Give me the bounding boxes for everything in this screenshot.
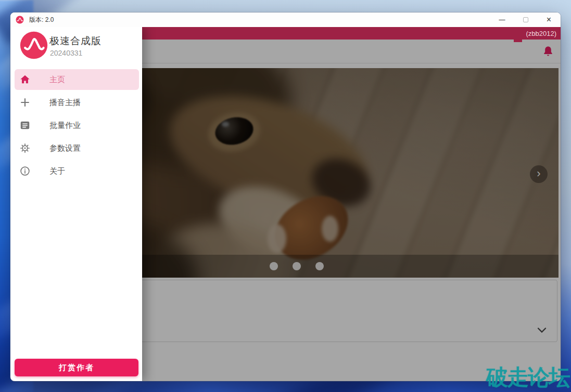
minimize-button[interactable]: — xyxy=(490,12,514,27)
donate-author-button[interactable]: 打赏作者 xyxy=(15,359,138,376)
maximize-button[interactable] xyxy=(514,12,537,27)
app-version: 20240331 xyxy=(50,49,82,57)
user-tag-marquee: (zbb2012) xyxy=(526,30,561,37)
app-window: 版本: 2.0 — × (zbb2012) xyxy=(10,12,561,381)
close-button[interactable]: × xyxy=(537,12,561,27)
sidebar-item-settings[interactable]: 参数设置 xyxy=(10,137,142,160)
app-logo-icon xyxy=(16,16,24,24)
sidebar-item-label: 批量作业 xyxy=(49,121,81,130)
sidebar-item-label: 参数设置 xyxy=(49,143,81,153)
sidebar-item-batch[interactable]: 批量作业 xyxy=(10,114,142,137)
window-title: 版本: 2.0 xyxy=(29,16,54,24)
item-bg xyxy=(15,161,139,181)
sidebar-item-about[interactable]: 关于 xyxy=(10,160,142,182)
app-logo-icon xyxy=(20,31,48,59)
sidebar-menu: 主页 播音主播 批量作业 xyxy=(10,68,142,182)
plus-icon xyxy=(19,97,31,108)
home-icon xyxy=(19,74,31,85)
sidebar-item-label: 关于 xyxy=(49,166,65,176)
gear-icon xyxy=(19,142,31,154)
list-icon xyxy=(19,120,31,131)
maximize-icon xyxy=(523,17,528,22)
window-controls: — × xyxy=(490,12,561,27)
sidebar-item-label: 播音主播 xyxy=(49,98,81,108)
app-name: 极速合成版 xyxy=(49,34,101,48)
sidebar-item-broadcast[interactable]: 播音主播 xyxy=(10,91,142,114)
info-icon xyxy=(19,165,31,177)
brand-header: 极速合成版 20240331 xyxy=(10,27,142,67)
titlebar[interactable]: 版本: 2.0 — × xyxy=(10,12,561,27)
desktop: { "titlebar": { "title": "版本: 2.0", "min… xyxy=(0,0,571,392)
sidebar-drawer: 极速合成版 20240331 主页 播音主播 xyxy=(10,27,142,381)
active-item-highlight xyxy=(15,69,139,90)
sidebar-item-home[interactable]: 主页 xyxy=(10,68,142,91)
sidebar-item-label: 主页 xyxy=(49,75,65,85)
appbar-notch xyxy=(514,40,522,42)
